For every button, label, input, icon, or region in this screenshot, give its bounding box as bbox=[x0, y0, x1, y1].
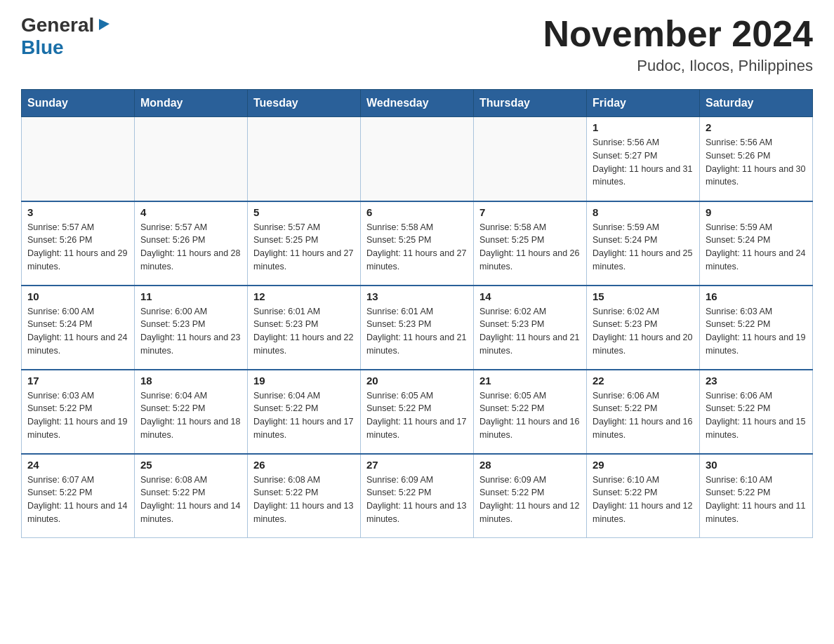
calendar-cell-5: 5Sunrise: 5:57 AMSunset: 5:25 PMDaylight… bbox=[248, 201, 361, 286]
calendar-cell-2: 2Sunrise: 5:56 AMSunset: 5:26 PMDaylight… bbox=[700, 117, 813, 201]
day-number: 16 bbox=[706, 290, 807, 302]
weekday-header-thursday: Thursday bbox=[474, 90, 587, 117]
day-number: 25 bbox=[140, 459, 241, 471]
sun-info: Sunrise: 6:07 AMSunset: 5:22 PMDaylight:… bbox=[27, 474, 128, 526]
sun-info: Sunrise: 6:05 AMSunset: 5:22 PMDaylight:… bbox=[366, 389, 468, 442]
day-number: 20 bbox=[366, 375, 468, 387]
sun-info: Sunrise: 6:00 AMSunset: 5:23 PMDaylight:… bbox=[140, 305, 241, 358]
calendar-cell-4: 4Sunrise: 5:57 AMSunset: 5:26 PMDaylight… bbox=[135, 201, 248, 286]
calendar-cell-16: 16Sunrise: 6:03 AMSunset: 5:22 PMDayligh… bbox=[700, 286, 813, 370]
day-number: 30 bbox=[706, 459, 807, 471]
calendar-cell-14: 14Sunrise: 6:02 AMSunset: 5:23 PMDayligh… bbox=[474, 286, 587, 370]
calendar-cell-27: 27Sunrise: 6:09 AMSunset: 5:22 PMDayligh… bbox=[361, 454, 474, 538]
weekday-header-tuesday: Tuesday bbox=[248, 90, 361, 117]
sun-info: Sunrise: 6:06 AMSunset: 5:22 PMDaylight:… bbox=[593, 389, 694, 442]
sun-info: Sunrise: 6:10 AMSunset: 5:22 PMDaylight:… bbox=[593, 474, 694, 526]
day-number: 26 bbox=[253, 459, 355, 471]
calendar-cell-29: 29Sunrise: 6:10 AMSunset: 5:22 PMDayligh… bbox=[587, 454, 700, 538]
sun-info: Sunrise: 6:08 AMSunset: 5:22 PMDaylight:… bbox=[253, 474, 355, 526]
day-number: 21 bbox=[479, 375, 581, 387]
day-number: 14 bbox=[479, 290, 581, 302]
day-number: 8 bbox=[593, 206, 694, 218]
sun-info: Sunrise: 5:57 AMSunset: 5:26 PMDaylight:… bbox=[140, 221, 241, 274]
calendar-cell-18: 18Sunrise: 6:04 AMSunset: 5:22 PMDayligh… bbox=[135, 370, 248, 454]
calendar-cell-15: 15Sunrise: 6:02 AMSunset: 5:23 PMDayligh… bbox=[587, 286, 700, 370]
sun-info: Sunrise: 6:09 AMSunset: 5:22 PMDaylight:… bbox=[479, 474, 581, 526]
sun-info: Sunrise: 6:01 AMSunset: 5:23 PMDaylight:… bbox=[366, 305, 468, 358]
calendar-cell-empty bbox=[248, 117, 361, 201]
day-number: 27 bbox=[366, 459, 468, 471]
svg-marker-0 bbox=[99, 19, 110, 30]
calendar-cell-22: 22Sunrise: 6:06 AMSunset: 5:22 PMDayligh… bbox=[587, 370, 700, 454]
calendar-cell-25: 25Sunrise: 6:08 AMSunset: 5:22 PMDayligh… bbox=[135, 454, 248, 538]
sun-info: Sunrise: 5:59 AMSunset: 5:24 PMDaylight:… bbox=[593, 221, 694, 274]
day-number: 17 bbox=[27, 375, 128, 387]
day-number: 1 bbox=[593, 121, 694, 133]
location-text: Pudoc, Ilocos, Philippines bbox=[543, 57, 813, 75]
calendar-cell-20: 20Sunrise: 6:05 AMSunset: 5:22 PMDayligh… bbox=[361, 370, 474, 454]
calendar-cell-24: 24Sunrise: 6:07 AMSunset: 5:22 PMDayligh… bbox=[22, 454, 135, 538]
month-title: November 2024 bbox=[543, 14, 813, 54]
sun-info: Sunrise: 6:10 AMSunset: 5:22 PMDaylight:… bbox=[706, 474, 807, 526]
calendar-week-row-5: 24Sunrise: 6:07 AMSunset: 5:22 PMDayligh… bbox=[22, 454, 813, 538]
calendar-cell-26: 26Sunrise: 6:08 AMSunset: 5:22 PMDayligh… bbox=[248, 454, 361, 538]
day-number: 10 bbox=[27, 290, 128, 302]
calendar-cell-1: 1Sunrise: 5:56 AMSunset: 5:27 PMDaylight… bbox=[587, 117, 700, 201]
calendar-week-row-3: 10Sunrise: 6:00 AMSunset: 5:24 PMDayligh… bbox=[22, 286, 813, 370]
day-number: 22 bbox=[593, 375, 694, 387]
day-number: 24 bbox=[27, 459, 128, 471]
weekday-header-row: SundayMondayTuesdayWednesdayThursdayFrid… bbox=[22, 90, 813, 117]
day-number: 5 bbox=[253, 206, 355, 218]
day-number: 15 bbox=[593, 290, 694, 302]
day-number: 19 bbox=[253, 375, 355, 387]
day-number: 18 bbox=[140, 375, 241, 387]
day-number: 12 bbox=[253, 290, 355, 302]
sun-info: Sunrise: 6:08 AMSunset: 5:22 PMDaylight:… bbox=[140, 474, 241, 526]
day-number: 11 bbox=[140, 290, 241, 302]
calendar-cell-11: 11Sunrise: 6:00 AMSunset: 5:23 PMDayligh… bbox=[135, 286, 248, 370]
sun-info: Sunrise: 6:05 AMSunset: 5:22 PMDaylight:… bbox=[479, 389, 581, 442]
calendar-cell-8: 8Sunrise: 5:59 AMSunset: 5:24 PMDaylight… bbox=[587, 201, 700, 286]
calendar-cell-9: 9Sunrise: 5:59 AMSunset: 5:24 PMDaylight… bbox=[700, 201, 813, 286]
day-number: 13 bbox=[366, 290, 468, 302]
calendar-cell-28: 28Sunrise: 6:09 AMSunset: 5:22 PMDayligh… bbox=[474, 454, 587, 538]
sun-info: Sunrise: 6:04 AMSunset: 5:22 PMDaylight:… bbox=[253, 389, 355, 442]
weekday-header-friday: Friday bbox=[587, 90, 700, 117]
sun-info: Sunrise: 6:04 AMSunset: 5:22 PMDaylight:… bbox=[140, 389, 241, 442]
weekday-header-sunday: Sunday bbox=[22, 90, 135, 117]
sun-info: Sunrise: 6:02 AMSunset: 5:23 PMDaylight:… bbox=[479, 305, 581, 358]
logo-blue-text: Blue bbox=[21, 36, 64, 58]
sun-info: Sunrise: 5:58 AMSunset: 5:25 PMDaylight:… bbox=[479, 221, 581, 274]
sun-info: Sunrise: 6:09 AMSunset: 5:22 PMDaylight:… bbox=[366, 474, 468, 526]
sun-info: Sunrise: 5:58 AMSunset: 5:25 PMDaylight:… bbox=[366, 221, 468, 274]
calendar-cell-7: 7Sunrise: 5:58 AMSunset: 5:25 PMDaylight… bbox=[474, 201, 587, 286]
calendar-cell-empty bbox=[135, 117, 248, 201]
day-number: 9 bbox=[706, 206, 807, 218]
sun-info: Sunrise: 5:59 AMSunset: 5:24 PMDaylight:… bbox=[706, 221, 807, 274]
sun-info: Sunrise: 6:00 AMSunset: 5:24 PMDaylight:… bbox=[27, 305, 128, 358]
calendar-cell-empty bbox=[474, 117, 587, 201]
calendar-week-row-2: 3Sunrise: 5:57 AMSunset: 5:26 PMDaylight… bbox=[22, 201, 813, 286]
calendar-cell-3: 3Sunrise: 5:57 AMSunset: 5:26 PMDaylight… bbox=[22, 201, 135, 286]
day-number: 23 bbox=[706, 375, 807, 387]
calendar-cell-17: 17Sunrise: 6:03 AMSunset: 5:22 PMDayligh… bbox=[22, 370, 135, 454]
logo: General Blue bbox=[21, 14, 111, 59]
day-number: 3 bbox=[27, 206, 128, 218]
calendar-table: SundayMondayTuesdayWednesdayThursdayFrid… bbox=[21, 89, 813, 538]
day-number: 29 bbox=[593, 459, 694, 471]
calendar-week-row-1: 1Sunrise: 5:56 AMSunset: 5:27 PMDaylight… bbox=[22, 117, 813, 201]
sun-info: Sunrise: 5:57 AMSunset: 5:26 PMDaylight:… bbox=[27, 221, 128, 274]
calendar-cell-30: 30Sunrise: 6:10 AMSunset: 5:22 PMDayligh… bbox=[700, 454, 813, 538]
day-number: 7 bbox=[479, 206, 581, 218]
calendar-cell-12: 12Sunrise: 6:01 AMSunset: 5:23 PMDayligh… bbox=[248, 286, 361, 370]
logo-general-text: General bbox=[21, 14, 94, 36]
sun-info: Sunrise: 5:56 AMSunset: 5:27 PMDaylight:… bbox=[593, 136, 694, 189]
day-number: 4 bbox=[140, 206, 241, 218]
calendar-cell-10: 10Sunrise: 6:00 AMSunset: 5:24 PMDayligh… bbox=[22, 286, 135, 370]
day-number: 6 bbox=[366, 206, 468, 218]
sun-info: Sunrise: 6:06 AMSunset: 5:22 PMDaylight:… bbox=[706, 389, 807, 442]
day-number: 28 bbox=[479, 459, 581, 471]
calendar-cell-empty bbox=[22, 117, 135, 201]
calendar-cell-13: 13Sunrise: 6:01 AMSunset: 5:23 PMDayligh… bbox=[361, 286, 474, 370]
sun-info: Sunrise: 6:03 AMSunset: 5:22 PMDaylight:… bbox=[706, 305, 807, 358]
